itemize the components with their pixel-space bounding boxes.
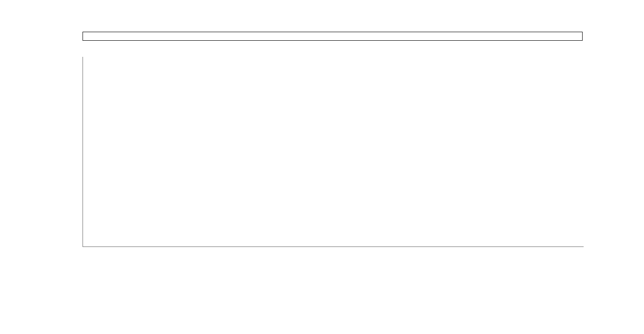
- y-axis-line: [83, 57, 83, 246]
- colorbar-gradient: [83, 32, 582, 40]
- x-axis-line: [83, 246, 584, 247]
- spectrogram-canvas: [83, 57, 584, 246]
- figure: [0, 0, 644, 334]
- colorbar: [83, 32, 583, 41]
